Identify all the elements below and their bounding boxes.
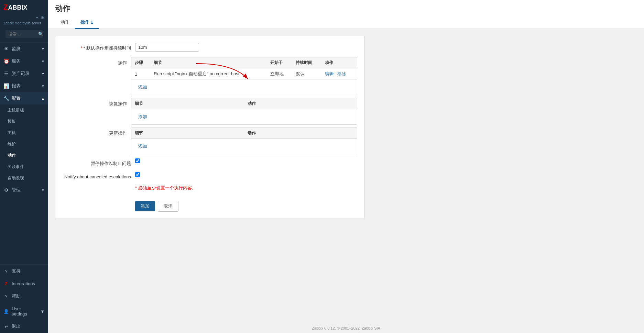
- search-icon: 🔍: [38, 32, 43, 36]
- sidebar-item-templates[interactable]: 模板: [0, 116, 48, 127]
- chevron-down-icon: ▼: [41, 84, 45, 88]
- sidebar-item-user-settings-label: User settings: [12, 306, 37, 317]
- sidebar-item-maintenance[interactable]: 维护: [0, 138, 48, 150]
- page-body: ** 默认操作步骤持续时间 操作 步骤 细节 开始于: [48, 29, 644, 323]
- sidebar-item-actions-label: 动作: [8, 153, 16, 158]
- recovery-header-row: 细节 动作: [131, 98, 357, 109]
- form-actions: 添加 取消: [62, 201, 357, 212]
- cell-start-at: 立即地: [267, 68, 292, 80]
- sidebar-item-discovery[interactable]: 自动发现: [0, 173, 48, 184]
- sidebar-item-help[interactable]: ? 帮助: [0, 290, 48, 303]
- expand-icon[interactable]: ⊞: [41, 14, 45, 20]
- sidebar-item-report-label: 报表: [12, 83, 21, 89]
- col-action: 动作: [321, 57, 357, 68]
- sidebar-item-hosts[interactable]: 主机: [0, 127, 48, 138]
- sidebar-item-logout-label: 退出: [12, 323, 21, 330]
- operations-section: 操作 步骤 细节 开始于 持续时间 动作: [62, 57, 357, 95]
- sidebar-controls: « ⊞: [0, 13, 48, 21]
- default-step-duration-input[interactable]: [135, 43, 199, 52]
- table-row: 1 Run script "nginx-自动重启" on current hos…: [131, 68, 357, 80]
- sidebar-item-user-settings[interactable]: 👤 User settings ▼: [0, 303, 48, 320]
- cell-step: 1: [131, 68, 150, 80]
- sidebar-item-config-label: 配置: [12, 95, 21, 101]
- pause-checkbox-row: 暂停操作以制止问题: [62, 158, 357, 167]
- sidebar-item-service[interactable]: ⏰ 服务 ▼: [0, 55, 48, 67]
- tab-operation[interactable]: 操作 1: [75, 16, 99, 29]
- search-wrap: 🔍: [3, 28, 45, 40]
- update-col-detail: 细节: [131, 128, 244, 139]
- sidebar-item-asset[interactable]: ☰ 资产记录 ▼: [0, 67, 48, 80]
- logo-area: ZABBIX: [0, 0, 48, 13]
- asset-icon: ☰: [3, 71, 9, 76]
- sidebar-item-correlation-label: 关联事件: [8, 164, 24, 170]
- collapse-icon[interactable]: «: [36, 14, 39, 20]
- edit-link[interactable]: 编辑: [325, 71, 334, 76]
- operations-add-link[interactable]: 添加: [135, 82, 151, 92]
- update-table-wrap: 细节 动作 添加: [131, 127, 357, 154]
- main-content: 动作 动作 操作 1 ** 默认操作步骤持续时间 操作: [48, 0, 644, 333]
- config-icon: 🔧: [3, 96, 9, 101]
- sidebar-item-host-groups-label: 主机群组: [8, 107, 24, 113]
- sidebar-item-admin[interactable]: ⚙ 管理 ▼: [0, 184, 48, 196]
- sidebar-bottom: ? 支持 Z Integrations ? 帮助 👤 User settings…: [0, 264, 48, 333]
- recovery-col-action: 动作: [244, 98, 357, 109]
- default-step-duration-row: ** 默认操作步骤持续时间: [62, 43, 357, 52]
- operations-table: 步骤 细节 开始于 持续时间 动作 1 Run scri: [131, 57, 357, 95]
- server-name: Zabbix mooreyxia server: [0, 21, 48, 28]
- sidebar-item-logout[interactable]: ↩ 退出: [0, 320, 48, 333]
- update-add-row: 添加: [131, 139, 357, 154]
- logo: ZABBIX: [3, 3, 27, 12]
- recovery-content: 细节 动作 添加: [131, 98, 357, 125]
- integrations-icon: Z: [3, 281, 9, 286]
- chevron-down-icon: ▼: [41, 59, 45, 63]
- recovery-section: 恢复操作 细节 动作: [62, 98, 357, 125]
- sidebar-item-monitor[interactable]: 👁 监测 ▼: [0, 43, 48, 55]
- update-section: 更新操作 细节 动作: [62, 127, 357, 154]
- sidebar-item-actions[interactable]: 动作: [0, 150, 48, 161]
- sidebar-item-correlation[interactable]: 关联事件: [0, 161, 48, 173]
- footer-text: Zabbix 6.0.12. © 2001–2022, Zabbix SIA: [312, 326, 380, 330]
- add-button[interactable]: 添加: [135, 201, 155, 211]
- cancel-button[interactable]: 取消: [158, 201, 178, 212]
- error-message: * 必须至少设置一个执行内容。: [135, 185, 196, 191]
- tab-action[interactable]: 动作: [55, 16, 75, 29]
- sidebar-item-report[interactable]: 📊 报表 ▼: [0, 80, 48, 92]
- chevron-down-icon: ▲: [41, 97, 45, 100]
- operations-add-row: 添加: [131, 80, 357, 95]
- monitor-icon: 👁: [3, 46, 9, 52]
- update-add-link[interactable]: 添加: [135, 141, 151, 152]
- error-row: * 必须至少设置一个执行内容。: [62, 185, 357, 195]
- notify-checkbox[interactable]: [135, 172, 140, 177]
- admin-icon: ⚙: [3, 187, 9, 193]
- sidebar: ZABBIX « ⊞ Zabbix mooreyxia server 🔍 👁 监…: [0, 0, 48, 333]
- update-header-row: 细节 动作: [131, 128, 357, 139]
- search-input[interactable]: [6, 30, 43, 38]
- recovery-add-row: 添加: [131, 109, 357, 125]
- pause-checkbox[interactable]: [135, 158, 140, 163]
- form-card: ** 默认操作步骤持续时间 操作 步骤 细节 开始于: [55, 36, 364, 219]
- footer: Zabbix 6.0.12. © 2001–2022, Zabbix SIA: [48, 323, 644, 333]
- logo-z: Z: [3, 3, 8, 11]
- nav-group: 👁 监测 ▼ ⏰ 服务 ▼ ☰ 资产记录 ▼ 📊 报表 ▼ 🔧 配置 ▲ 主机群…: [0, 42, 48, 196]
- sidebar-item-help-label: 帮助: [12, 293, 21, 299]
- default-step-duration-label: ** 默认操作步骤持续时间: [62, 43, 131, 51]
- recovery-table: 细节 动作 添加: [131, 98, 357, 124]
- sidebar-item-discovery-label: 自动发现: [8, 175, 24, 181]
- sidebar-item-host-groups[interactable]: 主机群组: [0, 104, 48, 116]
- page-header: 动作 动作 操作 1: [48, 0, 644, 29]
- sidebar-item-support[interactable]: ? 支持: [0, 265, 48, 278]
- recovery-table-wrap: 细节 动作 添加: [131, 98, 357, 125]
- error-spacer: [62, 185, 131, 187]
- sidebar-item-integrations[interactable]: Z Integrations: [0, 278, 48, 290]
- cell-detail: Run script "nginx-自动重启" on current host: [150, 68, 266, 80]
- operations-label: 操作: [62, 57, 131, 66]
- sidebar-item-maintenance-label: 维护: [8, 141, 16, 147]
- sidebar-item-templates-label: 模板: [8, 119, 16, 124]
- remove-link[interactable]: 移除: [337, 71, 346, 76]
- chevron-down-icon: ▼: [41, 47, 45, 51]
- sidebar-item-config[interactable]: 🔧 配置 ▲: [0, 92, 48, 104]
- recovery-label: 恢复操作: [62, 98, 131, 107]
- tabs: 动作 操作 1: [55, 16, 637, 29]
- user-icon: 👤: [3, 309, 9, 314]
- recovery-add-link[interactable]: 添加: [135, 112, 151, 122]
